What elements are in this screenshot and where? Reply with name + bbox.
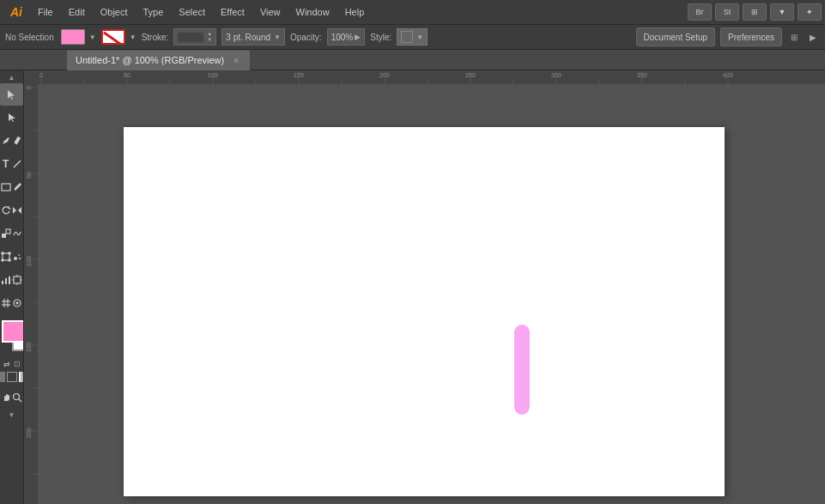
main-area: ▲ T: [0, 70, 825, 504]
stroke-color-swatch[interactable]: ▼: [101, 29, 136, 45]
pink-rounded-rectangle[interactable]: [514, 325, 530, 415]
bridge-icon[interactable]: Br: [688, 3, 712, 21]
fill-dropdown-arrow[interactable]: ▼: [89, 33, 96, 41]
artboard-tool[interactable]: [12, 269, 24, 291]
svg-text:150: 150: [294, 72, 304, 78]
svg-rect-19: [5, 278, 7, 284]
stroke-label: Stroke:: [142, 33, 169, 42]
menu-bar: Ai File Edit Object Type Select Effect V…: [0, 0, 825, 24]
direct-selection-tool[interactable]: [0, 106, 23, 129]
scale-tool[interactable]: [0, 222, 12, 245]
svg-marker-0: [8, 90, 15, 100]
menu-edit[interactable]: Edit: [62, 3, 92, 21]
svg-rect-21: [14, 276, 21, 283]
menu-window[interactable]: Window: [289, 3, 337, 21]
menu-view[interactable]: View: [253, 3, 288, 21]
hand-tool[interactable]: [0, 386, 12, 409]
options-bar: No Selection ▼ ▼ Stroke: ▲ ▼ 3 pt. Round…: [0, 24, 825, 50]
stroke-stepper[interactable]: ▲ ▼: [207, 31, 212, 43]
type-tool[interactable]: T: [0, 153, 12, 175]
tool-row-slice: [0, 292, 23, 314]
svg-rect-3: [15, 137, 21, 145]
search-icon[interactable]: ✦: [798, 3, 822, 21]
svg-rect-61: [24, 70, 38, 504]
line-tool[interactable]: [12, 153, 24, 175]
document-tab-close[interactable]: ×: [231, 55, 241, 65]
swap-colors-icon[interactable]: ⇄: [3, 360, 10, 368]
menu-type[interactable]: Type: [136, 3, 171, 21]
menu-file[interactable]: File: [31, 3, 60, 21]
tab-bar: Untitled-1* @ 100% (RGB/Preview) ×: [0, 50, 825, 70]
rotate-tool[interactable]: [0, 199, 12, 222]
svg-rect-9: [6, 229, 10, 234]
stroke-width-input[interactable]: [178, 33, 203, 42]
menu-select[interactable]: Select: [172, 3, 212, 21]
tool-row-type: T: [0, 153, 23, 175]
menu-help[interactable]: Help: [338, 3, 372, 21]
grid-icon[interactable]: ⊞: [743, 3, 767, 21]
options-more-icon[interactable]: ▶: [806, 33, 820, 42]
pen-tool[interactable]: [0, 130, 12, 152]
opacity-label: Opacity:: [290, 33, 322, 42]
tool-row-scale: [0, 222, 23, 245]
document-setup-button[interactable]: Document Setup: [636, 27, 716, 46]
opacity-control: 100% ▶: [327, 28, 366, 46]
arrange-icon[interactable]: ⊞: [787, 33, 801, 42]
column-graph-tool[interactable]: [0, 269, 12, 291]
svg-text:200: 200: [26, 428, 32, 438]
style-swatch[interactable]: ▼: [397, 28, 428, 46]
menu-effect[interactable]: Effect: [214, 3, 252, 21]
horizontal-ruler: 0 50 100 150 200 250 300 350 400: [24, 70, 825, 84]
slice-tool[interactable]: [0, 292, 12, 314]
tool-row-pen: [0, 130, 23, 152]
stroke-dropdown-arrow[interactable]: ▼: [130, 33, 136, 41]
color-icon[interactable]: [0, 372, 5, 382]
pencil-tool[interactable]: [12, 130, 24, 152]
svg-point-13: [2, 259, 3, 261]
selection-tool[interactable]: [0, 83, 23, 106]
svg-text:50: 50: [26, 172, 32, 179]
stroke-type-dropdown[interactable]: ▼: [274, 33, 281, 41]
workspace-menu-icon[interactable]: ▼: [770, 3, 794, 21]
symbol-sprayer-tool[interactable]: [12, 246, 24, 268]
fill-color-swatch[interactable]: ▼: [61, 29, 96, 45]
warp-tool[interactable]: [12, 222, 24, 245]
toolbar-scroll-down[interactable]: ▼: [0, 410, 24, 420]
tool-row-selection: [0, 83, 23, 106]
style-dropdown-arrow[interactable]: ▼: [416, 33, 423, 41]
svg-rect-34: [24, 70, 825, 84]
svg-point-31: [16, 302, 18, 304]
canvas-area[interactable]: 0 50 100 150 200 250 300 350 400: [24, 70, 825, 504]
stock-icon[interactable]: St: [715, 3, 739, 21]
svg-rect-5: [2, 184, 10, 191]
preferences-button[interactable]: Preferences: [720, 27, 782, 46]
fill-color-indicator[interactable]: [2, 320, 24, 343]
svg-text:100: 100: [208, 72, 218, 78]
menu-object[interactable]: Object: [94, 3, 135, 21]
brush-tool[interactable]: [12, 176, 24, 198]
svg-point-15: [14, 257, 17, 260]
toolbar: ▲ T: [0, 70, 24, 504]
svg-point-11: [2, 252, 3, 254]
stroke-type-control: 3 pt. Round ▼: [221, 28, 285, 46]
svg-point-32: [14, 394, 20, 400]
svg-point-14: [9, 259, 10, 261]
toolbar-scroll-up[interactable]: ▲: [0, 72, 24, 82]
svg-point-12: [9, 252, 10, 254]
reflect-tool[interactable]: [12, 199, 24, 222]
selection-label: No Selection: [5, 33, 54, 42]
none-icon[interactable]: [7, 372, 17, 382]
svg-rect-8: [2, 234, 6, 238]
default-colors-icon[interactable]: ⊡: [14, 360, 21, 368]
measure-tool[interactable]: [12, 292, 24, 314]
document-tab[interactable]: Untitled-1* @ 100% (RGB/Preview) ×: [67, 50, 251, 70]
opacity-expand[interactable]: ▶: [355, 33, 361, 41]
stroke-type-value: 3 pt. Round: [226, 33, 270, 42]
svg-point-16: [18, 254, 20, 256]
svg-rect-18: [2, 281, 3, 284]
zoom-tool[interactable]: [12, 386, 24, 409]
external-app-icons: Br St ⊞ ▼ ✦: [688, 3, 822, 21]
rectangle-tool[interactable]: [0, 176, 12, 198]
free-transform-tool[interactable]: [0, 246, 12, 268]
tool-row-hand: [0, 386, 23, 409]
